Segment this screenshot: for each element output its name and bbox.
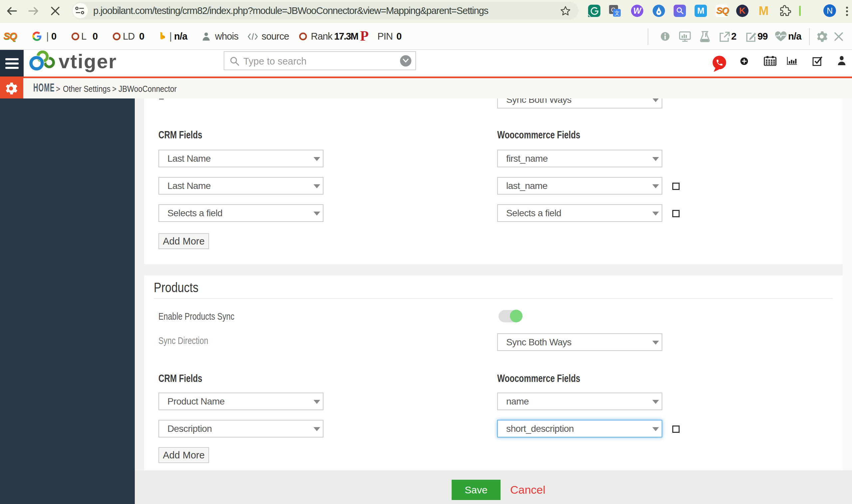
svg-text:文: 文 [615, 10, 620, 16]
